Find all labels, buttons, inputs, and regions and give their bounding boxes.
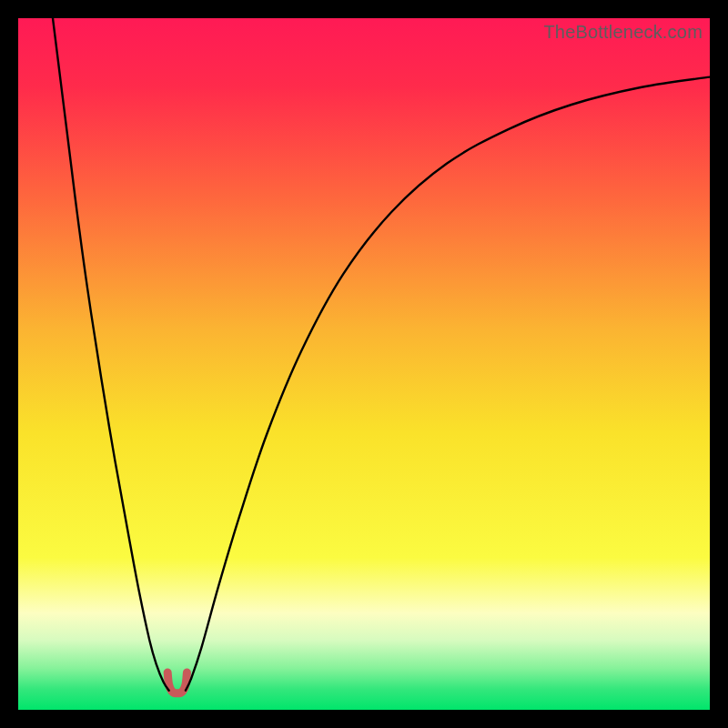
gradient-background <box>18 18 710 710</box>
watermark-text: TheBottleneck.com <box>543 22 703 43</box>
chart-frame: TheBottleneck.com <box>18 18 710 710</box>
chart-svg <box>18 18 710 710</box>
